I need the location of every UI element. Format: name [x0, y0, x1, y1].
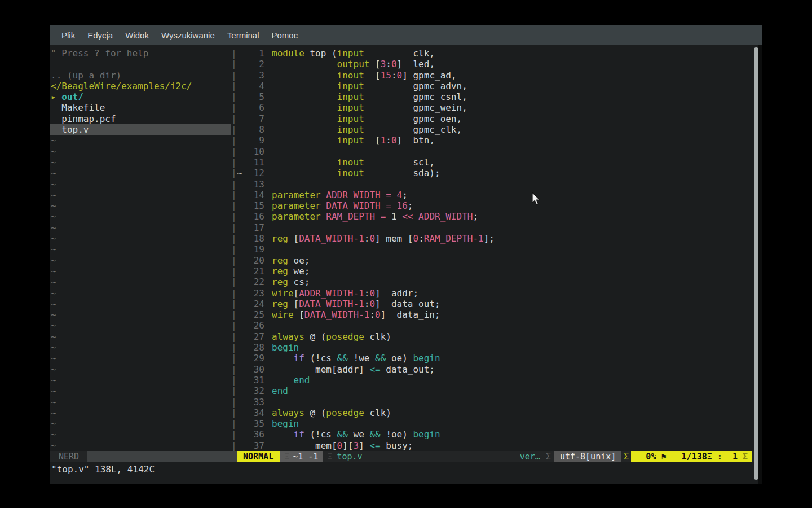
vsplit-separator: |: [231, 146, 237, 157]
empty-line-tilde: ~: [51, 331, 231, 342]
filename-segment: Ξtop.v: [323, 451, 367, 462]
vsplit-separator: |: [231, 364, 237, 375]
line-number: 19: [248, 244, 264, 255]
vsplit-separator: |: [231, 418, 237, 429]
line-number: 18: [248, 233, 264, 244]
code-line: |37 mem[0][3] <= busy;: [231, 440, 762, 451]
line-number: 6: [248, 102, 264, 113]
empty-line-tilde: ~: [51, 320, 231, 331]
vsplit-separator: |: [231, 81, 237, 91]
tree-text: [51, 59, 231, 69]
empty-line-tilde: ~: [51, 190, 231, 200]
code-line: |35begin: [231, 418, 762, 429]
code-line: |~_12 inout sda);: [231, 168, 762, 178]
menu-item-plik[interactable]: Plik: [55, 30, 81, 40]
scrollbar-trough[interactable]: [758, 45, 762, 484]
code-line: |15parameter DATA_WIDTH = 16;: [231, 200, 762, 211]
code-line: |26: [231, 320, 762, 331]
sign-column: ~_: [237, 168, 248, 178]
filetype-indicator: ver…: [518, 451, 542, 462]
command-line-message: "top.v" 138L, 4142C: [50, 462, 762, 484]
code-line: |11 inout scl,: [231, 157, 762, 168]
line-number: 9: [248, 135, 264, 146]
code-line: |14parameter ADDR_WIDTH = 4;: [231, 190, 762, 200]
empty-line-tilde: ~: [51, 342, 231, 353]
line-number: 26: [248, 320, 264, 331]
code-line: |34always @ (posedge clk): [231, 408, 762, 418]
line-number: 15: [248, 200, 264, 211]
line-number: 3: [248, 70, 264, 81]
line-number: 22: [248, 277, 264, 287]
separator-glyph: Ξ: [284, 452, 293, 462]
empty-line-tilde: ~: [51, 135, 231, 146]
line-number: 13: [248, 179, 264, 190]
vsplit-separator: |: [231, 353, 237, 364]
line-number: 37: [248, 440, 264, 451]
vsplit-separator: |: [231, 48, 237, 59]
tree-item[interactable]: ▸ out/: [51, 91, 231, 102]
line-number: 24: [248, 299, 264, 309]
line-number: 11: [248, 157, 264, 168]
empty-line-tilde: ~: [51, 179, 231, 190]
vsplit-separator: |: [231, 190, 237, 200]
desktop: { "menu": { "items": ["Plik", "Edycja", …: [0, 0, 812, 508]
menu-item-edycja[interactable]: Edycja: [81, 30, 119, 40]
code-line: |28begin: [231, 342, 762, 353]
line-number: 30: [248, 364, 264, 375]
tree-item[interactable]: top.v: [50, 124, 231, 135]
tree-item[interactable]: pinmap.pcf: [51, 113, 231, 124]
vsplit-separator: |: [231, 429, 237, 440]
separator-glyph: Ξ: [327, 452, 337, 462]
separator-glyph: Σ: [743, 452, 748, 462]
menu-item-pomoc[interactable]: Pomoc: [265, 30, 304, 40]
vsplit-separator: |: [231, 397, 237, 408]
empty-line-tilde: ~: [51, 200, 231, 211]
code-line: |36 if (!cs && we && !oe) begin: [231, 429, 762, 440]
expand-arrow-icon[interactable]: ▸: [51, 91, 61, 102]
vsplit-separator: |: [231, 342, 237, 353]
empty-line-tilde: ~: [51, 222, 231, 233]
vsplit-separator: |: [231, 233, 237, 244]
vsplit-separator: |: [231, 168, 237, 178]
encoding-indicator: utf-8[unix]: [554, 451, 621, 462]
code-line: |31 end: [231, 375, 762, 386]
line-number: 17: [248, 222, 264, 233]
empty-line-tilde: ~: [51, 353, 231, 364]
vsplit-separator: |: [231, 91, 237, 102]
code-line: |17: [231, 222, 762, 233]
line-number: 25: [248, 309, 264, 320]
editor-pane[interactable]: |1module top (input clk,|2 output [3:0] …: [231, 48, 762, 454]
vsplit-separator: |: [231, 320, 237, 331]
vsplit-separator: |: [231, 375, 237, 386]
code-line: |5 input gpmc_csnl,: [231, 91, 762, 102]
scrollbar-thumb[interactable]: [754, 47, 758, 480]
code-line: |3 inout [15:0] gpmc_ad,: [231, 70, 762, 81]
mode-indicator: NORMAL: [237, 451, 280, 462]
line-number: 32: [248, 386, 264, 396]
tree-item[interactable]: Makefile: [51, 102, 231, 113]
menu-item-widok[interactable]: Widok: [119, 30, 155, 40]
empty-line-tilde: ~: [51, 168, 231, 178]
vsplit-separator: |: [231, 102, 237, 113]
line-number: 7: [248, 113, 264, 124]
line-number: 31: [248, 375, 264, 386]
line-number: 36: [248, 429, 264, 440]
menu-item-terminal[interactable]: Terminal: [221, 30, 266, 40]
code-line: |20reg oe;: [231, 255, 762, 266]
line-number: 33: [248, 397, 264, 408]
line-number: 5: [248, 91, 264, 102]
menu-bar: PlikEdycjaWidokWyszukiwanieTerminalPomoc: [50, 25, 762, 45]
menu-item-wyszukiwanie[interactable]: Wyszukiwanie: [155, 30, 221, 40]
code-line: |1module top (input clk,: [231, 48, 762, 59]
line-number: 23: [248, 288, 264, 299]
line-number: 29: [248, 353, 264, 364]
code-line: |29 if (!cs && !we && oe) begin: [231, 353, 762, 364]
line-number: 14: [248, 190, 264, 200]
statusline: NERD NORMAL Ξ~1 -1 Ξtop.v ver… Σ utf-8[u…: [50, 451, 762, 462]
code-line: |25wire [DATA_WIDTH-1:0] data_in;: [231, 309, 762, 320]
line-number: 10: [248, 146, 264, 157]
code-line: |2 output [3:0] led,: [231, 59, 762, 69]
code-line: |33: [231, 397, 762, 408]
vsplit-separator: |: [231, 299, 237, 309]
nerdtree-pane[interactable]: " Press ? for help .. (up a dir)</Beagle…: [50, 48, 231, 454]
